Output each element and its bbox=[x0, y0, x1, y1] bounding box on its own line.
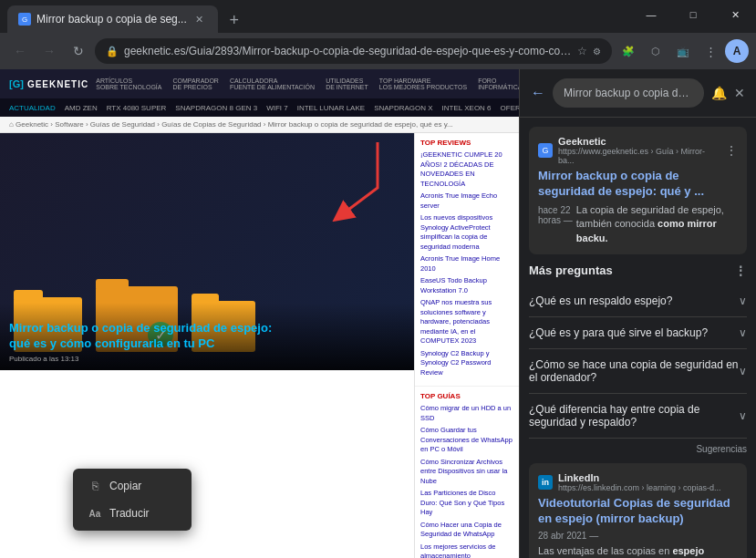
guide-link-2[interactable]: Cómo Sincronizar Archivos entre Disposit… bbox=[420, 458, 513, 487]
nav-top-hardware[interactable]: TOP HARDWARE LOS MEJORES PRODUCTOS bbox=[379, 78, 467, 90]
guide-link-3[interactable]: Las Particiones de Disco Duro: Qué Son y… bbox=[420, 489, 513, 518]
review-link-5[interactable]: QNAP nos muestra sus soluciones software… bbox=[420, 298, 513, 346]
faq-item-1: ¿Qué es y para qué sirve el backup? ∨ bbox=[529, 317, 747, 349]
google-sidebar-panel: ← Mirror backup o copia de seg... 🔔 ✕ G … bbox=[519, 69, 756, 558]
article-visual: ✓ bbox=[0, 133, 414, 370]
faq-chevron-3-icon: ∨ bbox=[739, 409, 747, 422]
logo-bracket-icon: [G] bbox=[9, 78, 24, 89]
review-link-6[interactable]: Synology C2 Backup y Synology C2 Passwor… bbox=[420, 349, 513, 378]
breadcrumb: ⌂ Geeknetic › Software › Guías de Seguri… bbox=[0, 117, 519, 133]
subnav-actualidad[interactable]: ACTUALIDAD bbox=[9, 104, 56, 112]
nav-calculadora[interactable]: CALCULADORA FUENTE DE ALIMENTACIÓN bbox=[230, 78, 315, 90]
address-icons: ☆ ⚙ bbox=[577, 45, 601, 57]
tab-close-button[interactable]: ✕ bbox=[192, 12, 207, 26]
review-link-0[interactable]: ¡GEEKNETIC CUMPLE 20 AÑOS! 2 DÉCADAS DE … bbox=[420, 150, 513, 189]
faq-item-3: ¿Qué diferencia hay entre copia de segur… bbox=[529, 394, 747, 439]
nav-utilidades[interactable]: UTILIDADES DE INTERNET bbox=[326, 78, 368, 90]
context-copy-item[interactable]: ⎘ Copiar bbox=[77, 472, 188, 500]
result-source-geeknetic: G Geeknetic https://www.geeknetic.es › G… bbox=[538, 136, 738, 165]
source-name-linkedin: LinkedIn bbox=[558, 472, 721, 483]
extensions-button[interactable]: 🧩 bbox=[616, 38, 641, 64]
tab-favicon: G bbox=[18, 13, 31, 26]
context-copy-label: Copiar bbox=[109, 480, 141, 492]
faq-text-3: ¿Qué diferencia hay entre copia de segur… bbox=[529, 403, 739, 429]
active-tab[interactable]: G Mirror backup o copia de seg... ✕ bbox=[7, 5, 218, 33]
browser-actions: 🧩 ⬡ 📺 ⋮ A bbox=[616, 38, 749, 64]
back-button[interactable]: ← bbox=[7, 38, 33, 64]
review-link-1[interactable]: Acronis True Image Echo server bbox=[420, 191, 513, 211]
context-translate-label: Traducir bbox=[109, 507, 150, 520]
main-area: [G] GEEKNETIC ARTÍCULOS SOBRE TECNOLOGÍA… bbox=[0, 69, 756, 558]
site-right-sidebar: TOP REVIEWS ¡GEEKNETIC CUMPLE 20 AÑOS! 2… bbox=[414, 133, 519, 558]
minimize-button[interactable]: — bbox=[630, 0, 672, 29]
subnav-intel-lunar[interactable]: INTEL LUNAR LAKE bbox=[297, 104, 365, 112]
subnav-intel-xeon[interactable]: INTEL XEON 6 bbox=[442, 104, 492, 112]
subnav-amd[interactable]: AMD ZEN bbox=[65, 104, 98, 112]
new-tab-button[interactable]: + bbox=[222, 7, 247, 33]
faq-question-0[interactable]: ¿Qué es un respaldo espejo? ∨ bbox=[529, 294, 747, 307]
guide-link-1[interactable]: Cómo Guardar tus Conversaciones de Whats… bbox=[420, 426, 513, 455]
faq-section-title: Más preguntas ⋮ bbox=[529, 264, 747, 278]
result-date-linkedin: 28 abr 2021 — bbox=[538, 531, 738, 541]
article-date: Publicado a las 13:13 bbox=[9, 355, 405, 363]
site-subnav: ACTUALIDAD AMD ZEN RTX 4080 SUPER SNAPDR… bbox=[0, 98, 519, 117]
maximize-button[interactable]: □ bbox=[672, 0, 714, 29]
close-button[interactable]: ✕ bbox=[714, 0, 756, 29]
address-bar-row: ← → ↻ 🔒 geeknetic.es/Guia/2893/Mirror-ba… bbox=[0, 33, 756, 69]
subnav-rtx[interactable]: RTX 4080 SUPER bbox=[107, 104, 167, 112]
review-link-4[interactable]: EaseUS Todo Backup Workstation 7.0 bbox=[420, 276, 513, 295]
panel-back-button[interactable]: ← bbox=[531, 85, 545, 101]
content-with-sidebar: ✓ bbox=[0, 133, 519, 558]
guide-link-5[interactable]: Los mejores servicios de almacenamiento bbox=[420, 542, 513, 559]
panel-close-button[interactable]: ✕ bbox=[734, 86, 745, 100]
result-menu-button-geeknetic[interactable]: ⋮ bbox=[725, 143, 738, 158]
bookmark-icon[interactable]: ☆ bbox=[577, 45, 587, 57]
nav-comparador[interactable]: COMPARADOR DE PRECIOS bbox=[172, 78, 218, 90]
context-menu: ⎘ Copiar Aа Traducir bbox=[73, 469, 192, 531]
nav-articulos[interactable]: ARTÍCULOS SOBRE TECNOLOGÍA bbox=[96, 78, 161, 90]
subnav-snapdragon-x[interactable]: SNAPDRAGON X bbox=[374, 104, 432, 112]
context-translate-item[interactable]: Aа Traducir bbox=[77, 500, 188, 527]
profile-button[interactable]: A bbox=[725, 39, 749, 63]
faq-text-2: ¿Cómo se hace una copia de seguridad en … bbox=[529, 358, 739, 384]
nav-foro[interactable]: FORO INFORMÁTICA bbox=[478, 78, 519, 90]
subnav-wifi[interactable]: WIFI 7 bbox=[266, 104, 288, 112]
faq-item-0: ¿Qué es un respaldo espejo? ∨ bbox=[529, 285, 747, 317]
faq-chevron-1-icon: ∨ bbox=[739, 326, 747, 339]
panel-notifications-button[interactable]: 🔔 bbox=[711, 86, 727, 100]
refresh-button[interactable]: ↻ bbox=[66, 38, 91, 64]
guide-link-4[interactable]: Cómo Hacer una Copia de Seguridad de Wha… bbox=[420, 521, 513, 540]
linkedin-favicon: in bbox=[538, 475, 553, 490]
panel-search-text: Mirror backup o copia de seg... bbox=[564, 87, 693, 99]
subnav-ofertas[interactable]: OFERTAS DIARIAS AMAZON bbox=[501, 104, 519, 112]
copy-icon: ⎘ bbox=[88, 479, 102, 493]
cast-button[interactable]: 📺 bbox=[670, 38, 696, 64]
result-title-linkedin[interactable]: Videotutorial Copias de seguridad en esp… bbox=[538, 496, 738, 527]
review-link-2[interactable]: Los nuevos dispositivos Synology ActiveP… bbox=[420, 213, 513, 252]
forward-button[interactable]: → bbox=[36, 38, 62, 64]
subnav-snapdragon[interactable]: SNAPDRAGON 8 GEN 3 bbox=[175, 104, 257, 112]
extension-icon[interactable]: ⚙ bbox=[593, 46, 601, 57]
address-field[interactable]: 🔒 geeknetic.es/Guia/2893/Mirror-backup-o… bbox=[95, 38, 612, 64]
tab-title: Mirror backup o copia de seg... bbox=[36, 13, 187, 26]
settings-button[interactable]: ⋮ bbox=[698, 38, 723, 64]
guide-link-0[interactable]: Cómo migrar de un HDD a un SSD bbox=[420, 404, 513, 423]
panel-content: G Geeknetic https://www.geeknetic.es › G… bbox=[520, 118, 756, 558]
panel-search-field[interactable]: Mirror backup o copia de seg... bbox=[553, 78, 704, 108]
article-heading: Mirror backup o copia de seguridad de es… bbox=[9, 321, 405, 352]
faq-text-1: ¿Qué es y para qué sirve el backup? bbox=[529, 326, 708, 339]
webpage: [G] GEEKNETIC ARTÍCULOS SOBRE TECNOLOGÍA… bbox=[0, 69, 519, 558]
faq-menu-button[interactable]: ⋮ bbox=[734, 264, 747, 278]
faq-question-3[interactable]: ¿Qué diferencia hay entre copia de segur… bbox=[529, 403, 747, 429]
result-title-geeknetic[interactable]: Mirror backup o copia de seguridad de es… bbox=[538, 169, 738, 200]
top-reviews-section: TOP REVIEWS ¡GEEKNETIC CUMPLE 20 AÑOS! 2… bbox=[415, 133, 519, 387]
faq-question-2[interactable]: ¿Cómo se hace una copia de seguridad en … bbox=[529, 358, 747, 384]
faq-question-1[interactable]: ¿Qué es y para qué sirve el backup? ∨ bbox=[529, 326, 747, 339]
lock-icon: 🔒 bbox=[106, 46, 119, 57]
result-snippet-linkedin: Las ventajas de las copias en espejo res… bbox=[538, 544, 738, 558]
bluetooth-icon[interactable]: ⬡ bbox=[643, 38, 668, 64]
result-card-linkedin: in LinkedIn https://es.linkedin.com › le… bbox=[529, 463, 747, 558]
source-name-geeknetic: Geeknetic bbox=[558, 136, 720, 147]
review-link-3[interactable]: Acronis True Image Home 2010 bbox=[420, 254, 513, 274]
site-header: [G] GEEKNETIC ARTÍCULOS SOBRE TECNOLOGÍA… bbox=[0, 69, 519, 98]
